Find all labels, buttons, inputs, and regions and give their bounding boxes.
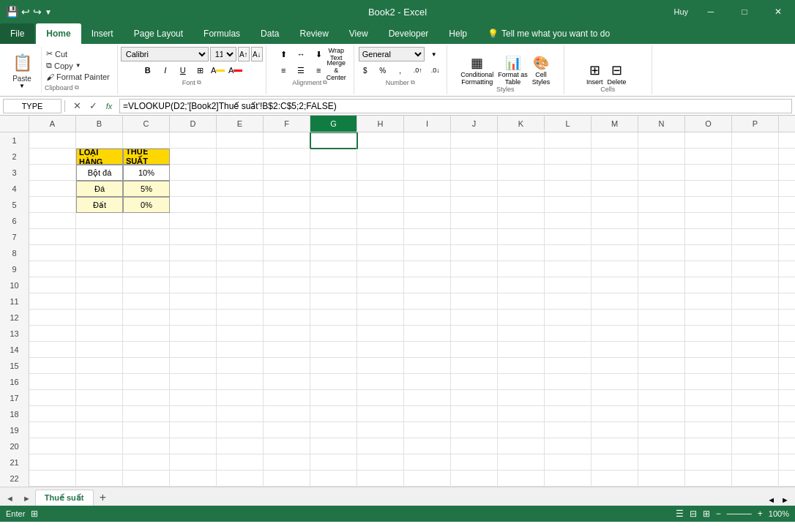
- cell-d4[interactable]: [170, 181, 217, 197]
- cell-o5[interactable]: [685, 197, 732, 213]
- row-header-7[interactable]: 7: [0, 229, 29, 245]
- cell-a2[interactable]: [29, 149, 76, 165]
- cell-l2[interactable]: [545, 149, 591, 165]
- border-button[interactable]: ⊞: [193, 63, 209, 78]
- alignment-expand-icon[interactable]: ⧉: [323, 79, 327, 86]
- dropdown-icon[interactable]: ▼: [45, 8, 52, 16]
- col-header-g[interactable]: G: [310, 116, 357, 132]
- comma-button[interactable]: ,: [392, 63, 408, 78]
- cell-b5[interactable]: Đất: [76, 197, 123, 213]
- cell-e3[interactable]: [217, 165, 264, 181]
- cell-m2[interactable]: [591, 149, 638, 165]
- tell-me-area[interactable]: 💡 Tell me what you want to do: [477, 23, 620, 44]
- zoom-out-button[interactable]: −: [716, 509, 721, 519]
- cell-e2[interactable]: [217, 149, 264, 165]
- conditional-formatting-button[interactable]: ▦ ConditionalFormatting: [460, 55, 493, 86]
- cell-e4[interactable]: [217, 181, 264, 197]
- cell-a4[interactable]: [29, 181, 76, 197]
- decrease-decimal-button[interactable]: .0↓: [428, 63, 444, 78]
- row-header-16[interactable]: 16: [0, 374, 29, 390]
- cell-l3[interactable]: [545, 165, 591, 181]
- format-as-table-button[interactable]: 📊 Format asTable: [498, 55, 528, 86]
- row-header-8[interactable]: 8: [0, 245, 29, 261]
- cell-k1[interactable]: [498, 132, 545, 149]
- delete-button[interactable]: ⊟ Delete: [608, 62, 627, 86]
- col-header-j[interactable]: J: [451, 116, 498, 132]
- align-right-button[interactable]: ≡: [310, 63, 326, 78]
- cell-g4[interactable]: [310, 181, 357, 197]
- cell-m3[interactable]: [591, 165, 638, 181]
- cell-p1[interactable]: [732, 132, 779, 149]
- cell-styles-button[interactable]: 🎨 CellStyles: [532, 55, 550, 86]
- tab-review[interactable]: Review: [289, 23, 338, 44]
- row-header-10[interactable]: 10: [0, 277, 29, 293]
- cell-k3[interactable]: [498, 165, 545, 181]
- cell-g2[interactable]: [310, 149, 357, 165]
- decrease-font-size-button[interactable]: A↓: [251, 47, 263, 61]
- tab-data[interactable]: Data: [250, 23, 289, 44]
- cut-button[interactable]: ✂ Cut: [45, 48, 111, 59]
- cell-k2[interactable]: [498, 149, 545, 165]
- row-header-21[interactable]: 21: [0, 454, 29, 471]
- col-header-m[interactable]: M: [591, 116, 638, 132]
- cell-h3[interactable]: [357, 165, 404, 181]
- cell-c2[interactable]: THUẾ SUẤT: [123, 149, 170, 165]
- scroll-left-button[interactable]: ◄: [764, 494, 778, 506]
- close-button[interactable]: ✕: [761, 0, 795, 23]
- increase-decimal-button[interactable]: .0↑: [410, 63, 426, 78]
- insert-function-button[interactable]: fx: [102, 99, 116, 113]
- cell-c1[interactable]: [123, 132, 170, 149]
- cell-f1[interactable]: [264, 132, 310, 149]
- col-header-k[interactable]: K: [498, 116, 545, 132]
- cell-o4[interactable]: [685, 181, 732, 197]
- cell-n5[interactable]: [638, 197, 685, 213]
- formula-input[interactable]: [119, 99, 792, 113]
- cell-n2[interactable]: [638, 149, 685, 165]
- align-top-button[interactable]: ⬆: [275, 47, 291, 61]
- merge-center-button[interactable]: Merge & Center: [328, 63, 344, 78]
- cell-a1[interactable]: [29, 132, 76, 149]
- cell-b1[interactable]: [76, 132, 123, 149]
- page-layout-view-button[interactable]: ⊟: [690, 509, 697, 519]
- bold-button[interactable]: B: [140, 63, 156, 78]
- cell-o1[interactable]: [685, 132, 732, 149]
- add-sheet-button[interactable]: +: [95, 490, 111, 506]
- row-header-20[interactable]: 20: [0, 438, 29, 454]
- minimize-button[interactable]: ─: [694, 0, 728, 23]
- cell-l5[interactable]: [545, 197, 591, 213]
- tab-view[interactable]: View: [339, 23, 378, 44]
- number-expand-button[interactable]: ▼: [426, 47, 442, 61]
- cell-m5[interactable]: [591, 197, 638, 213]
- undo-icon[interactable]: ↩: [21, 6, 30, 18]
- cell-f5[interactable]: [264, 197, 310, 213]
- cell-e5[interactable]: [217, 197, 264, 213]
- cell-c3[interactable]: 10%: [123, 165, 170, 181]
- tab-insert[interactable]: Insert: [81, 23, 124, 44]
- cell-p2[interactable]: [732, 149, 779, 165]
- previous-sheet-button[interactable]: ◄: [3, 492, 17, 504]
- cell-l4[interactable]: [545, 181, 591, 197]
- cell-p5[interactable]: [732, 197, 779, 213]
- copy-button[interactable]: ⧉ Copy ▼: [45, 60, 111, 71]
- increase-font-size-button[interactable]: A↑: [238, 47, 250, 61]
- cell-d5[interactable]: [170, 197, 217, 213]
- font-name-select[interactable]: Calibri: [121, 47, 209, 61]
- row-header-11[interactable]: 11: [0, 293, 29, 310]
- copy-dropdown[interactable]: ▼: [75, 62, 81, 69]
- cell-n4[interactable]: [638, 181, 685, 197]
- insert-button[interactable]: ⊞ Insert: [586, 62, 603, 86]
- select-all-button[interactable]: [0, 116, 29, 132]
- cell-d3[interactable]: [170, 165, 217, 181]
- cell-b2[interactable]: LOẠI HÀNG: [76, 149, 123, 165]
- cell-e1[interactable]: [217, 132, 264, 149]
- cell-f3[interactable]: [264, 165, 310, 181]
- format-painter-button[interactable]: 🖌 Format Painter: [45, 72, 111, 82]
- cell-j3[interactable]: [451, 165, 498, 181]
- cell-f4[interactable]: [264, 181, 310, 197]
- cell-m4[interactable]: [591, 181, 638, 197]
- align-left-button[interactable]: ≡: [275, 63, 291, 78]
- paste-button[interactable]: 📋 Paste ▼: [6, 50, 38, 91]
- cell-k5[interactable]: [498, 197, 545, 213]
- row-header-12[interactable]: 12: [0, 310, 29, 326]
- row-header-14[interactable]: 14: [0, 342, 29, 358]
